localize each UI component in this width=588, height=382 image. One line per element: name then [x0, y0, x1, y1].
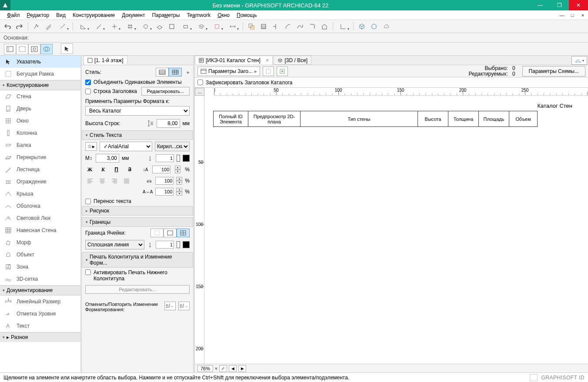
toolbox-pointer[interactable]: Указатель: [0, 56, 80, 68]
menu-teamwork[interactable]: Teamwork: [183, 11, 214, 19]
coord-icon[interactable]: [336, 21, 351, 32]
toolbox-zone[interactable]: ZЗона: [0, 261, 80, 273]
section-icon[interactable]: [166, 21, 177, 32]
menu-help[interactable]: Помощь: [233, 11, 260, 19]
align-right-button[interactable]: [110, 176, 119, 185]
view-icon[interactable]: [178, 21, 193, 32]
spacing3-input[interactable]: [155, 188, 174, 196]
catalog-column-header[interactable]: Объем: [509, 111, 538, 127]
script-select[interactable]: Кирил...ский: [155, 142, 190, 151]
toolbox-level[interactable]: Отметка Уровня: [0, 308, 80, 320]
toolbox-railing[interactable]: Ограждение: [0, 176, 80, 188]
border-outline-button[interactable]: [164, 229, 177, 237]
spinner-3[interactable]: ▴▾: [176, 188, 182, 196]
menu-file[interactable]: Файл: [3, 11, 23, 19]
catalog-column-header[interactable]: Тип стены: [301, 111, 418, 127]
cursor-arrow-icon[interactable]: [61, 43, 73, 54]
header-params-button[interactable]: Параметры Заго... ▸: [197, 66, 260, 76]
arc-icon[interactable]: [282, 21, 294, 32]
ruler-origin-button[interactable]: …: [195, 88, 204, 96]
style-grid1-button[interactable]: [156, 68, 169, 76]
spline-icon[interactable]: [294, 21, 306, 32]
status-network-icon[interactable]: [530, 374, 538, 381]
doc-tab-catalog[interactable]: [ИКЭ-01 Каталог Стен] ×: [195, 56, 273, 65]
toolbox-text[interactable]: AТекст: [0, 320, 80, 332]
mdi-restore[interactable]: □: [567, 13, 578, 18]
tab-overview-button[interactable]: [571, 56, 587, 65]
spacing2-input[interactable]: [155, 177, 174, 185]
toolbox-column[interactable]: Колонна: [0, 127, 80, 139]
layers-icon[interactable]: [194, 21, 209, 32]
fix-header-checkbox[interactable]: [197, 80, 203, 85]
chevron-right-icon[interactable]: ▸: [187, 69, 190, 75]
document-canvas[interactable]: Каталог Стен Полный ID ЭлементаПредпросм…: [204, 96, 588, 364]
scheme-settings-button[interactable]: Параметры Схемы...: [522, 66, 585, 76]
strike-button[interactable]: З: [125, 165, 134, 174]
zoom-next-button[interactable]: ▶: [238, 365, 246, 372]
wrap-text-checkbox[interactable]: [85, 199, 91, 204]
trace-icon[interactable]: [246, 21, 257, 32]
ref-icon[interactable]: [138, 21, 153, 32]
mdi-minimize[interactable]: —: [557, 13, 567, 18]
toolbox-slab[interactable]: Перекрытие: [0, 151, 80, 163]
style-grid2-button[interactable]: [169, 68, 182, 76]
spacing1-input[interactable]: [152, 166, 170, 173]
activate-footer-checkbox[interactable]: [85, 269, 91, 275]
cloud-icon[interactable]: [381, 21, 392, 32]
menu-params[interactable]: Параметры: [148, 11, 183, 19]
toolbox-group-construction[interactable]: Конструирование: [0, 80, 80, 90]
toolbox-marquee[interactable]: Бегущая Рамка: [0, 68, 80, 80]
close-button[interactable]: ✕: [569, 0, 588, 10]
line-type-select[interactable]: Сплошная линия: [85, 240, 144, 249]
header-row-checkbox[interactable]: [85, 89, 91, 94]
menu-window[interactable]: Окно: [214, 11, 233, 19]
cube2-icon[interactable]: [368, 21, 380, 32]
menu-construction[interactable]: Конструирование: [69, 11, 118, 19]
toolbox-skylight[interactable]: Световой Люк: [0, 212, 80, 224]
toolbox-curtainwall[interactable]: Навесная Стена: [0, 224, 80, 236]
mdi-close[interactable]: ×: [578, 13, 588, 18]
snap-icon[interactable]: [107, 21, 122, 32]
apply-format-select[interactable]: Весь Каталог: [85, 106, 190, 116]
sel-method-2[interactable]: [16, 44, 28, 54]
toolbox-group-documenting[interactable]: Документирование: [0, 285, 80, 296]
section-picture[interactable]: Рисунок: [82, 206, 193, 216]
align-left-button[interactable]: [85, 176, 95, 185]
catalog-column-header[interactable]: Площадь: [479, 111, 509, 127]
merge-same-checkbox[interactable]: [85, 80, 91, 85]
measure-icon[interactable]: [91, 21, 106, 32]
align-justify-button[interactable]: [122, 176, 131, 185]
italic-button[interactable]: К: [99, 165, 108, 174]
toolbox-shell[interactable]: Оболочка: [0, 200, 80, 212]
line-pen-color[interactable]: [183, 241, 190, 248]
section-text-style[interactable]: Стиль Текста: [82, 130, 193, 140]
corner-t-icon[interactable]: [270, 21, 281, 32]
select-matching-button[interactable]: [263, 66, 274, 76]
renovation-icon[interactable]: [210, 21, 224, 32]
close-tab-icon[interactable]: ×: [266, 57, 269, 63]
sel-method-4[interactable]: [40, 44, 53, 54]
toolbox-beam[interactable]: Балка: [0, 139, 80, 151]
redo-icon[interactable]: [14, 21, 25, 32]
grid-icon[interactable]: [123, 21, 137, 32]
line-pen-input[interactable]: [156, 241, 174, 249]
sel-method-1[interactable]: [4, 44, 16, 54]
catalog-column-header[interactable]: Предпросмотр 2D-плана: [248, 111, 301, 127]
zoom-display[interactable]: 76%: [197, 365, 213, 372]
row-height-input[interactable]: [157, 119, 180, 128]
toolbox-stair[interactable]: Лестница: [0, 163, 80, 176]
props-tab-floor[interactable]: [1. 1-й этаж]: [84, 56, 127, 65]
select-on-plan-button[interactable]: [277, 66, 288, 76]
eyedropper-icon[interactable]: [43, 21, 54, 32]
sel-method-3[interactable]: [28, 44, 40, 54]
angle-icon[interactable]: [76, 21, 90, 32]
bold-button[interactable]: Ж: [85, 165, 94, 174]
toolbox-wall[interactable]: Стена: [0, 90, 80, 103]
spinner-2[interactable]: ▴▾: [176, 177, 182, 185]
align-center-button[interactable]: [97, 176, 107, 185]
section-borders[interactable]: Границы: [82, 217, 193, 227]
pen-number-input[interactable]: [156, 154, 174, 162]
graphisoft-id-label[interactable]: GRAPHISOFT ID: [541, 375, 585, 381]
home-icon[interactable]: [319, 21, 330, 32]
minimize-button[interactable]: —: [531, 0, 550, 10]
